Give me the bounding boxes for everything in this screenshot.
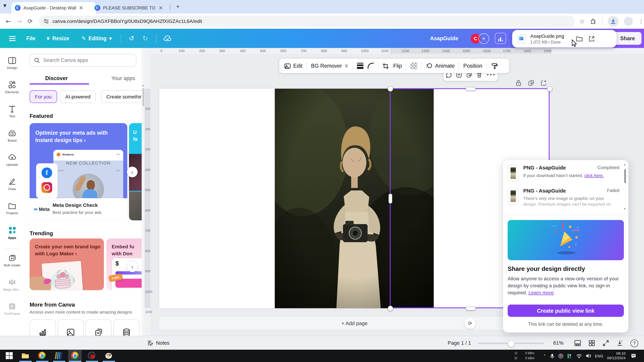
notification-center-icon[interactable] xyxy=(631,353,636,359)
corner-rounding-button[interactable] xyxy=(368,63,374,69)
help-icon[interactable]: ? xyxy=(630,339,638,347)
selection-handle-left-mid[interactable] xyxy=(388,194,392,204)
language-indicator[interactable]: ENG xyxy=(595,354,603,358)
downloads-icon[interactable] xyxy=(608,16,618,26)
selection-handle-top-mid[interactable] xyxy=(466,87,476,91)
browser-menu-icon[interactable]: ⋮ xyxy=(638,18,644,24)
resize-menu[interactable]: Resize xyxy=(52,35,69,41)
back-icon[interactable]: ← xyxy=(6,17,11,25)
notification-failed[interactable]: PNG - AsapGuide Failed There’s only one … xyxy=(508,188,619,207)
sidebar-item-apps[interactable]: Apps xyxy=(0,226,24,240)
duplicate-page-icon[interactable] xyxy=(528,79,534,86)
copy-style-roller-icon[interactable] xyxy=(491,62,498,69)
bg-remover-button[interactable]: BG Remover♛ xyxy=(311,63,348,69)
sidebar-item-bulk-create[interactable]: Bulk create xyxy=(0,254,24,267)
redo-icon[interactable]: ↻ xyxy=(142,34,148,42)
fullscreen-icon[interactable] xyxy=(602,340,609,347)
quick-export-icon[interactable] xyxy=(616,340,623,347)
tab-your-apps[interactable]: Your apps xyxy=(111,75,135,81)
sidebar-item-fontframe[interactable]: F FontFrame xyxy=(0,302,24,316)
file-explorer-icon[interactable] xyxy=(21,352,29,360)
sidebar-item-projects[interactable]: Projects xyxy=(0,201,24,215)
browser-tab-1[interactable]: C AsapGuide - Desktop Wallpape ✕ xyxy=(12,2,96,14)
reload-icon[interactable]: ⟳ xyxy=(28,17,33,25)
undo-icon[interactable]: ↺ xyxy=(128,34,134,42)
notification-completed[interactable]: PNG - AsapGuide Completed If your downlo… xyxy=(508,165,619,181)
chevron-down-icon[interactable]: ▼ xyxy=(109,36,112,40)
design-title[interactable]: AsapGuide xyxy=(430,35,458,41)
sidebar-item-brand[interactable]: CO Brand xyxy=(0,129,24,142)
edit-button[interactable]: Edit xyxy=(284,63,302,69)
volume-icon[interactable] xyxy=(586,354,591,358)
chip-create-something[interactable]: Create something xyxy=(101,90,142,103)
tab-close-icon[interactable]: ✕ xyxy=(79,5,84,10)
panel-scrollbar[interactable]: ▲ ▼ xyxy=(142,48,144,350)
click-here-link[interactable]: click here. xyxy=(584,173,604,178)
forward-icon[interactable]: → xyxy=(16,17,22,25)
bookmark-star-icon[interactable]: ☆ xyxy=(579,17,585,25)
flip-button[interactable]: Flip xyxy=(393,63,402,69)
open-file-icon[interactable] xyxy=(588,36,595,42)
sidebar-item-text[interactable]: Text xyxy=(0,105,24,118)
chip-ai-powered[interactable]: AI-powered xyxy=(60,90,96,103)
notifications-scrollbar[interactable]: ▲ ▼ xyxy=(624,165,626,211)
chip-for-you[interactable]: For you xyxy=(30,90,57,103)
address-bar[interactable]: canva.com/design/DAGXFBBoiYg/0U8xD9Q6AHZ… xyxy=(38,15,574,27)
pages-view-icon[interactable] xyxy=(574,340,581,347)
selection-handle-bottom-mid[interactable] xyxy=(466,307,476,310)
add-page-icon[interactable] xyxy=(540,79,547,86)
crop-button[interactable] xyxy=(382,63,389,69)
lock-icon[interactable] xyxy=(516,79,522,86)
notes-button[interactable]: Notes xyxy=(147,340,170,346)
add-member-icon[interactable]: + xyxy=(478,33,489,44)
chrome-active-icon[interactable] xyxy=(71,352,79,360)
editing-mode-menu[interactable]: Editing xyxy=(88,35,106,41)
profile-avatar[interactable] xyxy=(624,16,633,26)
animate-button[interactable]: Animate xyxy=(426,63,455,69)
grid-view-icon[interactable] xyxy=(588,340,595,347)
recording-tray-icon[interactable] xyxy=(558,353,564,359)
share-button[interactable]: Share xyxy=(614,32,642,45)
create-public-view-link-button[interactable]: Create public view link xyxy=(508,305,624,317)
microphone-icon[interactable] xyxy=(550,353,554,359)
site-settings-icon[interactable] xyxy=(44,18,49,24)
sidebar-item-design[interactable]: Design xyxy=(0,56,24,70)
browser-profile-2-icon[interactable] xyxy=(38,352,46,360)
tray-expand-icon[interactable]: ⌃ xyxy=(543,354,546,358)
sidebar-item-magic-morph[interactable]: Magic Mor... xyxy=(0,278,24,291)
search-input[interactable]: Search Canva apps xyxy=(30,54,136,67)
media-app-icon[interactable] xyxy=(55,352,63,360)
add-page-button[interactable]: + Add page xyxy=(160,317,550,330)
zoom-slider[interactable] xyxy=(478,343,544,344)
home-menu-icon[interactable] xyxy=(9,35,16,42)
obs-icon[interactable] xyxy=(88,352,96,360)
insights-icon[interactable] xyxy=(495,33,506,44)
start-button[interactable] xyxy=(6,352,13,360)
file-menu[interactable]: File xyxy=(26,35,36,41)
new-tab-button[interactable]: + xyxy=(174,3,182,10)
app-tray-icon[interactable] xyxy=(567,353,573,359)
selection-handle-bottom-left[interactable] xyxy=(388,306,393,311)
extensions-icon[interactable] xyxy=(590,18,597,24)
tab-search-chevron-icon[interactable]: ▼ xyxy=(3,3,6,8)
clock[interactable]: 09:10 06/12/2024 xyxy=(607,351,626,361)
sidebar-item-draw[interactable]: Draw xyxy=(0,177,24,191)
download-popup[interactable]: AsapGuide.png 1,072 KB • Done xyxy=(512,30,616,47)
sync-button[interactable]: ⟳ xyxy=(464,318,476,329)
learn-more-link[interactable]: Learn more xyxy=(528,290,554,296)
tab-close-icon[interactable]: ✕ xyxy=(158,5,163,10)
tab-discover[interactable]: Discover xyxy=(45,75,68,81)
sidebar-item-elements[interactable]: Elements xyxy=(0,80,24,94)
wifi-icon[interactable] xyxy=(576,354,582,358)
selection-handle-top-left[interactable] xyxy=(388,86,393,92)
selection-handle-top-right[interactable] xyxy=(547,86,552,92)
stroke-weight-button[interactable] xyxy=(357,62,364,70)
browser-tab-2[interactable]: C PLEASE SUBSCRIBE TO THIS CH ✕ xyxy=(91,2,176,14)
sidebar-item-uploads[interactable]: Uploads xyxy=(0,153,24,166)
paint-icon[interactable] xyxy=(105,352,112,360)
featured-next-arrow[interactable]: › xyxy=(127,167,138,177)
zoom-slider-thumb[interactable] xyxy=(508,340,515,347)
position-button[interactable]: Position xyxy=(464,63,482,69)
trending-next-arrow[interactable]: › xyxy=(127,261,138,272)
transparency-button[interactable] xyxy=(410,62,418,69)
